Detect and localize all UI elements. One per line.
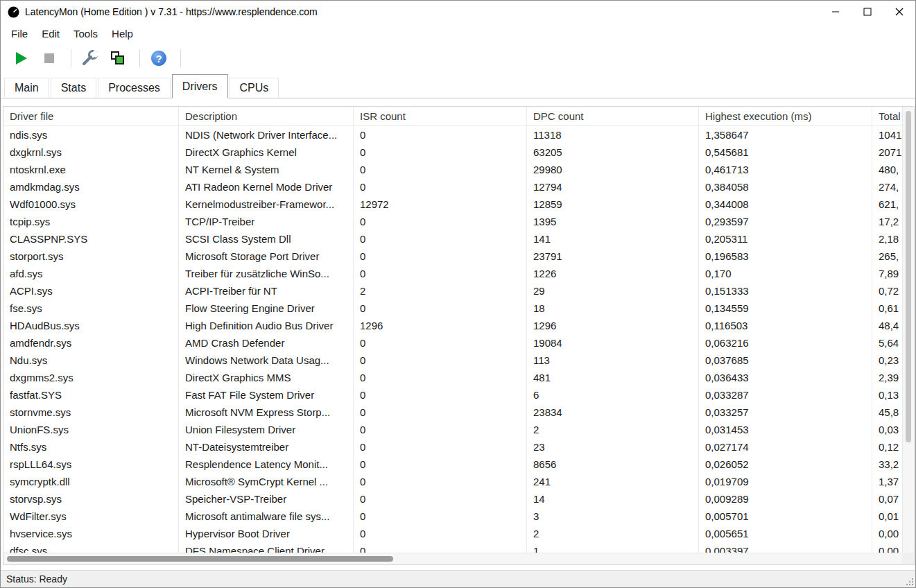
cell-isr-count: 0 bbox=[354, 421, 527, 438]
toolbar-separator bbox=[139, 49, 140, 67]
cell-highest-execution-ms: 0,033257 bbox=[699, 404, 872, 421]
table-row[interactable]: dfsc.sysDFS Namespace Client Driver010,0… bbox=[3, 542, 915, 553]
table-row[interactable]: rspLLL64.sysResplendence Latency Monit..… bbox=[3, 456, 915, 473]
table-row[interactable]: amdkmdag.sysATI Radeon Kernel Mode Drive… bbox=[3, 178, 915, 196]
cell-description: Treiber für zusätzliche WinSo... bbox=[179, 265, 354, 282]
table-row[interactable]: symcryptk.dllMicrosoft® SymCrypt Kernel … bbox=[3, 473, 915, 490]
cell-dpc-count: 1395 bbox=[527, 213, 699, 230]
cell-dpc-count: 8656 bbox=[527, 456, 699, 473]
table-row[interactable]: ntoskrnl.exeNT Kernel & System0299800,46… bbox=[3, 161, 915, 178]
table-row[interactable]: HDAudBus.sysHigh Definition Audio Bus Dr… bbox=[3, 317, 915, 334]
options-button[interactable] bbox=[78, 47, 103, 69]
cell-driver-file: HDAudBus.sys bbox=[3, 317, 179, 334]
tab-processes[interactable]: Processes bbox=[98, 78, 171, 98]
table-row[interactable]: WdFilter.sysMicrosoft antimalware file s… bbox=[3, 508, 915, 525]
table-row[interactable]: Ndu.sysWindows Network Data Usag...01130… bbox=[3, 352, 915, 369]
cell-isr-count: 0 bbox=[354, 369, 527, 386]
column-header-driver-file[interactable]: Driver file bbox=[3, 107, 179, 126]
table-row[interactable]: fastfat.SYSFast FAT File System Driver06… bbox=[3, 386, 915, 404]
table-row[interactable]: Wdf01000.sysKernelmodustreiber-Framewor.… bbox=[3, 196, 915, 213]
cell-description: Microsoft Storage Port Driver bbox=[179, 248, 354, 265]
cell-driver-file: CLASSPNP.SYS bbox=[3, 230, 179, 248]
driver-table-body: ndis.sysNDIS (Network Driver Interface..… bbox=[3, 126, 915, 553]
drivers-table-panel: Driver file Description ISR count DPC co… bbox=[3, 106, 915, 565]
column-header-description[interactable]: Description bbox=[179, 107, 354, 126]
status-bar: Status: Ready bbox=[1, 570, 915, 587]
cell-driver-file: dxgmms2.sys bbox=[3, 369, 179, 386]
cell-isr-count: 0 bbox=[354, 265, 527, 282]
menu-file[interactable]: File bbox=[4, 25, 35, 42]
menu-help[interactable]: Help bbox=[105, 25, 140, 42]
cell-description: TCP/IP-Treiber bbox=[179, 213, 354, 230]
table-row[interactable]: dxgmms2.sysDirectX Graphics MMS04810,036… bbox=[3, 369, 915, 386]
table-row[interactable]: tcpip.sysTCP/IP-Treiber013950,29359717,2 bbox=[3, 213, 915, 230]
table-row[interactable]: dxgkrnl.sysDirectX Graphics Kernel063205… bbox=[3, 144, 915, 161]
cell-highest-execution-ms: 0,545681 bbox=[699, 144, 872, 161]
table-row[interactable]: ACPI.sysACPI-Treiber für NT2290,1513330,… bbox=[3, 282, 915, 300]
start-monitor-button[interactable] bbox=[9, 47, 34, 69]
column-header-isr-count[interactable]: ISR count bbox=[354, 107, 527, 126]
cell-driver-file: amdkmdag.sys bbox=[3, 178, 179, 196]
table-row[interactable]: UnionFS.sysUnion Filesystem Driver020,03… bbox=[3, 421, 915, 438]
toolbar-separator bbox=[71, 49, 71, 67]
cell-driver-file: tcpip.sys bbox=[3, 213, 179, 230]
table-row[interactable]: hvservice.sysHypervisor Boot Driver020,0… bbox=[3, 525, 915, 542]
cell-description: Kernelmodustreiber-Framewor... bbox=[179, 196, 354, 213]
close-button[interactable] bbox=[883, 1, 915, 23]
help-icon: ? bbox=[151, 51, 166, 66]
cell-highest-execution-ms: 0,384058 bbox=[699, 178, 872, 196]
vertical-scrollbar[interactable] bbox=[902, 107, 914, 553]
toolbar-separator bbox=[180, 49, 181, 67]
horizontal-scrollbar[interactable] bbox=[3, 553, 902, 564]
table-row[interactable]: Ntfs.sysNT-Dateisystemtreiber0230,027174… bbox=[3, 438, 915, 456]
cell-highest-execution-ms: 0,036433 bbox=[699, 369, 872, 386]
cell-description: NDIS (Network Driver Interface... bbox=[179, 126, 354, 144]
cell-description: Hypervisor Boot Driver bbox=[179, 525, 354, 542]
tab-stats[interactable]: Stats bbox=[51, 78, 96, 98]
maximize-icon bbox=[863, 8, 872, 16]
cell-driver-file: symcryptk.dll bbox=[3, 473, 179, 490]
cell-highest-execution-ms: 0,009289 bbox=[699, 490, 872, 508]
minimize-button[interactable] bbox=[820, 1, 852, 23]
resize-grip[interactable] bbox=[904, 576, 914, 586]
table-row[interactable]: storvsp.sysSpeicher-VSP-Treiber0140,0092… bbox=[3, 490, 915, 508]
cell-highest-execution-ms: 0,116503 bbox=[699, 317, 872, 334]
stop-icon bbox=[44, 53, 54, 63]
table-row[interactable]: fse.sysFlow Steering Engine Driver0180,1… bbox=[3, 300, 915, 317]
tab-main[interactable]: Main bbox=[4, 78, 49, 98]
stop-monitor-button[interactable] bbox=[37, 47, 62, 69]
cell-description: ATI Radeon Kernel Mode Driver bbox=[179, 178, 354, 196]
maximize-button[interactable] bbox=[852, 1, 883, 23]
table-row[interactable]: ndis.sysNDIS (Network Driver Interface..… bbox=[3, 126, 915, 144]
cell-highest-execution-ms: 0,019709 bbox=[699, 473, 872, 490]
cell-dpc-count: 1 bbox=[527, 542, 699, 553]
vertical-scrollbar-thumb[interactable] bbox=[906, 111, 911, 442]
cell-dpc-count: 2 bbox=[527, 525, 699, 542]
menu-edit[interactable]: Edit bbox=[35, 25, 67, 42]
cell-driver-file: rspLLL64.sys bbox=[3, 456, 179, 473]
cell-highest-execution-ms: 0,031453 bbox=[699, 421, 872, 438]
cell-isr-count: 0 bbox=[354, 300, 527, 317]
cell-description: Union Filesystem Driver bbox=[179, 421, 354, 438]
cell-dpc-count: 241 bbox=[527, 473, 699, 490]
cell-description: Windows Network Data Usag... bbox=[179, 352, 354, 369]
table-row[interactable]: afd.sysTreiber für zusätzliche WinSo...0… bbox=[3, 265, 915, 282]
cell-dpc-count: 23791 bbox=[527, 248, 699, 265]
close-icon bbox=[895, 8, 904, 16]
cell-isr-count: 0 bbox=[354, 144, 527, 161]
column-header-highest-execution[interactable]: Highest execution (ms) bbox=[699, 107, 872, 126]
table-row[interactable]: stornvme.sysMicrosoft NVM Express Storp.… bbox=[3, 404, 915, 421]
table-row[interactable]: CLASSPNP.SYSSCSI Class System Dll01410,2… bbox=[3, 230, 915, 248]
help-button[interactable]: ? bbox=[146, 47, 171, 69]
table-row[interactable]: amdfendr.sysAMD Crash Defender0190840,06… bbox=[3, 334, 915, 352]
tab-drivers[interactable]: Drivers bbox=[172, 74, 228, 98]
tab-cpus[interactable]: CPUs bbox=[230, 78, 279, 98]
horizontal-scrollbar-thumb[interactable] bbox=[7, 556, 393, 562]
cell-description: NT-Dateisystemtreiber bbox=[179, 438, 354, 456]
toolbar: ? bbox=[1, 44, 915, 73]
cell-driver-file: amdfendr.sys bbox=[3, 334, 179, 352]
menu-tools[interactable]: Tools bbox=[67, 25, 105, 42]
column-header-dpc-count[interactable]: DPC count bbox=[527, 107, 699, 126]
table-row[interactable]: storport.sysMicrosoft Storage Port Drive… bbox=[3, 248, 915, 265]
copy-report-button[interactable] bbox=[105, 47, 130, 69]
